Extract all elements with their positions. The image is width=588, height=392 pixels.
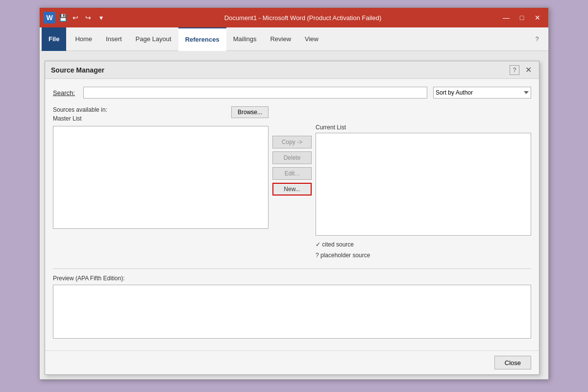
tab-page-layout[interactable]: Page Layout — [129, 27, 178, 51]
redo-btn[interactable]: ↪ — [83, 12, 94, 23]
dialog-help-btn[interactable]: ? — [510, 65, 519, 75]
sources-available-label: Sources available in: — [53, 106, 231, 113]
tab-review[interactable]: Review — [263, 27, 298, 51]
master-list-label: Master List — [53, 115, 231, 122]
tab-mailings[interactable]: Mailings — [226, 27, 264, 51]
close-window-btn[interactable]: ✕ — [531, 12, 544, 23]
word-icon: W — [44, 12, 55, 24]
cited-legend: ✓ cited source — [316, 240, 531, 250]
right-panel: Current List ✓ cited source ? placeholde… — [316, 106, 531, 261]
search-input[interactable] — [83, 87, 427, 98]
master-list-box[interactable] — [53, 126, 269, 229]
master-list-inner — [53, 126, 268, 228]
dialog-title: Source Manager — [51, 66, 104, 74]
maximize-btn[interactable]: □ — [515, 12, 529, 23]
browse-button[interactable]: Browse... — [231, 106, 269, 118]
main-content: Sources available in: Master List Browse… — [53, 106, 531, 261]
tab-home[interactable]: Home — [68, 27, 99, 51]
current-list-box[interactable] — [316, 133, 531, 236]
current-list-inner — [316, 133, 531, 235]
title-bar: W 💾 ↩ ↪ ▾ Document1 - Microsoft Word (Pr… — [40, 8, 548, 27]
dialog-footer: Close — [45, 350, 539, 374]
new-button[interactable]: New... — [272, 183, 312, 196]
dialog-content: Search: Sort by Author Sort by Title Sor… — [45, 79, 539, 346]
preview-box[interactable] — [53, 285, 531, 339]
edit-button[interactable]: Edit... — [272, 167, 312, 180]
sort-select[interactable]: Sort by Author Sort by Title Sort by Yea… — [433, 87, 531, 98]
legend-area: ✓ cited source ? placeholder source — [316, 240, 531, 261]
tab-view[interactable]: View — [298, 27, 325, 51]
undo-btn[interactable]: ↩ — [70, 12, 81, 23]
placeholder-legend: ? placeholder source — [316, 250, 531, 261]
close-button[interactable]: Close — [494, 356, 531, 369]
help-icon[interactable]: ? — [532, 34, 542, 45]
dialog-title-right: ? ✕ — [510, 65, 533, 75]
dialog-close-icon-btn[interactable]: ✕ — [523, 65, 533, 75]
window-controls: — □ ✕ — [499, 12, 544, 23]
dialog-area: Source Manager ? ✕ Search: Sort by Autho… — [40, 51, 548, 379]
current-list-label: Current List — [316, 106, 531, 131]
title-bar-left: W 💾 ↩ ↪ ▾ — [44, 12, 106, 24]
preview-section: Preview (APA Fifth Edition): — [53, 269, 531, 339]
ribbon: File Home Insert Page Layout References … — [40, 27, 548, 51]
tab-insert[interactable]: Insert — [99, 27, 129, 51]
window-title: Document1 - Microsoft Word (Product Acti… — [106, 14, 499, 22]
tab-file[interactable]: File — [42, 27, 66, 51]
dialog-titlebar: Source Manager ? ✕ — [45, 61, 539, 79]
search-row: Search: Sort by Author Sort by Title Sor… — [53, 87, 531, 98]
save-quick-btn[interactable]: 💾 — [57, 12, 68, 23]
preview-label: Preview (APA Fifth Edition): — [53, 275, 531, 282]
middle-buttons: Copy -> Delete Edit... New... — [272, 106, 312, 261]
tab-references[interactable]: References — [178, 27, 226, 51]
delete-button[interactable]: Delete — [272, 151, 312, 164]
source-manager-dialog: Source Manager ? ✕ Search: Sort by Autho… — [45, 61, 539, 375]
customize-btn[interactable]: ▾ — [96, 12, 106, 23]
left-panel: Sources available in: Master List Browse… — [53, 106, 269, 261]
search-label: Search: — [53, 89, 77, 97]
ribbon-right: ? — [532, 34, 546, 45]
word-window: W 💾 ↩ ↪ ▾ Document1 - Microsoft Word (Pr… — [39, 7, 549, 380]
minimize-btn[interactable]: — — [499, 12, 513, 23]
browse-row: Sources available in: Master List Browse… — [53, 106, 269, 124]
copy-button[interactable]: Copy -> — [272, 136, 312, 148]
